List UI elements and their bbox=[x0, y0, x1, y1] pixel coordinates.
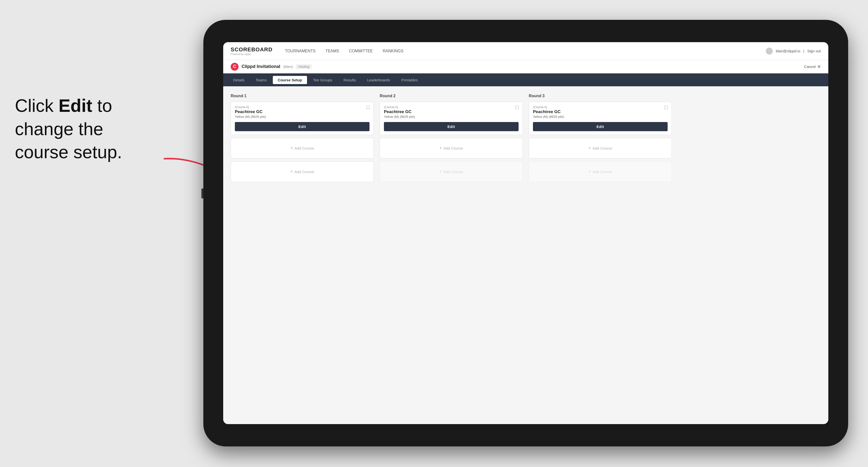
tab-tee-groups[interactable]: Tee Groups bbox=[308, 76, 338, 84]
tab-results[interactable]: Results bbox=[339, 76, 361, 84]
plus-icon-r3-2: + bbox=[589, 169, 591, 174]
plus-icon-r2-1: + bbox=[439, 146, 442, 151]
sign-out-link[interactable]: Sign out bbox=[807, 49, 821, 53]
logo-sub: Powered by clippd bbox=[230, 53, 273, 56]
instruction-text: Click Edit tochange thecourse setup. bbox=[15, 94, 122, 164]
add-course-r1-2[interactable]: + Add Course bbox=[230, 161, 374, 182]
nav-left: SCOREBOARD Powered by clippd TOURNAMENTS… bbox=[230, 46, 403, 56]
logo-main: SCOREBOARD bbox=[230, 46, 273, 53]
tab-printables[interactable]: Printables bbox=[396, 76, 423, 84]
delete-course-r3[interactable]: ☐ bbox=[664, 105, 668, 111]
nav-rankings[interactable]: RANKINGS bbox=[383, 49, 403, 53]
nav-separator: | bbox=[803, 49, 804, 53]
course-info-r3: Yellow (M) (6629 yds) bbox=[533, 115, 668, 119]
round-3-column: Round 3 ☐ (Course A) Peachtree GC Yellow… bbox=[529, 94, 672, 185]
tab-leaderboards[interactable]: Leaderboards bbox=[362, 76, 395, 84]
course-label-r3: (Course A) bbox=[533, 105, 668, 109]
tournament-header: C Clippd Invitational (Men) Hosting Canc… bbox=[223, 60, 828, 73]
nav-teams[interactable]: TEAMS bbox=[326, 49, 339, 53]
tablet-frame: SCOREBOARD Powered by clippd TOURNAMENTS… bbox=[204, 20, 848, 446]
course-info-r2: Yellow (M) (6629 yds) bbox=[384, 115, 519, 119]
cancel-x-icon: ✕ bbox=[817, 64, 821, 69]
user-email: blair@clippd.io bbox=[776, 49, 800, 53]
add-course-r3-2: + Add Course bbox=[529, 161, 672, 182]
round-1-label: Round 1 bbox=[230, 94, 374, 98]
tournament-name: Clippd Invitational bbox=[242, 64, 280, 69]
add-course-r2-1[interactable]: + Add Course bbox=[380, 138, 523, 158]
tabs-bar: Details Teams Course Setup Tee Groups Re… bbox=[223, 73, 828, 86]
nav-links: TOURNAMENTS TEAMS COMMITTEE RANKINGS bbox=[285, 49, 403, 53]
nav-committee[interactable]: COMMITTEE bbox=[349, 49, 373, 53]
course-card-r1: ☐ (Course A) Peachtree GC Yellow (M) (66… bbox=[230, 102, 374, 135]
course-label-r2: (Course A) bbox=[384, 105, 519, 109]
rounds-container: Round 1 ☐ (Course A) Peachtree GC Yellow… bbox=[230, 94, 821, 185]
user-avatar bbox=[766, 48, 773, 55]
round-3-label: Round 3 bbox=[529, 94, 672, 98]
tab-teams[interactable]: Teams bbox=[251, 76, 272, 84]
scoreboard-logo: SCOREBOARD Powered by clippd bbox=[230, 46, 273, 56]
top-nav: SCOREBOARD Powered by clippd TOURNAMENTS… bbox=[223, 42, 828, 60]
round-1-column: Round 1 ☐ (Course A) Peachtree GC Yellow… bbox=[230, 94, 374, 185]
delete-course-r2[interactable]: ☐ bbox=[515, 105, 519, 111]
course-name-r3: Peachtree GC bbox=[533, 110, 668, 114]
plus-icon-r3-1: + bbox=[589, 146, 591, 151]
nav-tournaments[interactable]: TOURNAMENTS bbox=[285, 49, 315, 53]
plus-icon-r1-1: + bbox=[290, 146, 293, 151]
course-card-r3: ☐ (Course A) Peachtree GC Yellow (M) (66… bbox=[529, 102, 672, 135]
round-2-column: Round 2 ☐ (Course A) Peachtree GC Yellow… bbox=[380, 94, 523, 185]
edit-button-r3[interactable]: Edit bbox=[533, 122, 668, 131]
tournament-title: C Clippd Invitational (Men) Hosting bbox=[230, 63, 312, 71]
add-course-r1-1[interactable]: + Add Course bbox=[230, 138, 374, 158]
hosting-badge: Hosting bbox=[296, 64, 312, 69]
course-info-r1: Yellow (M) (6629 yds) bbox=[235, 115, 370, 119]
tablet-screen: SCOREBOARD Powered by clippd TOURNAMENTS… bbox=[223, 42, 828, 424]
main-content: Round 1 ☐ (Course A) Peachtree GC Yellow… bbox=[223, 86, 828, 424]
plus-icon-r2-2: + bbox=[439, 169, 442, 174]
edit-button-r1[interactable]: Edit bbox=[235, 122, 370, 131]
add-course-r3-1[interactable]: + Add Course bbox=[529, 138, 672, 158]
edit-bold: Edit bbox=[59, 96, 92, 116]
nav-right: blair@clippd.io | Sign out bbox=[766, 48, 821, 55]
tab-course-setup[interactable]: Course Setup bbox=[273, 76, 307, 84]
course-label-r1: (Course A) bbox=[235, 105, 370, 109]
course-name-r2: Peachtree GC bbox=[384, 110, 519, 114]
course-name-r1: Peachtree GC bbox=[235, 110, 370, 114]
tournament-gender: (Men) bbox=[283, 64, 293, 69]
add-course-r2-2: + Add Course bbox=[380, 161, 523, 182]
delete-course-r1[interactable]: ☐ bbox=[366, 105, 370, 111]
c-logo: C bbox=[230, 63, 239, 71]
round-2-label: Round 2 bbox=[380, 94, 523, 98]
edit-button-r2[interactable]: Edit bbox=[384, 122, 519, 131]
cancel-button[interactable]: Cancel ✕ bbox=[804, 64, 821, 69]
course-card-r2: ☐ (Course A) Peachtree GC Yellow (M) (66… bbox=[380, 102, 523, 135]
plus-icon-r1-2: + bbox=[290, 169, 293, 174]
tab-details[interactable]: Details bbox=[228, 76, 249, 84]
